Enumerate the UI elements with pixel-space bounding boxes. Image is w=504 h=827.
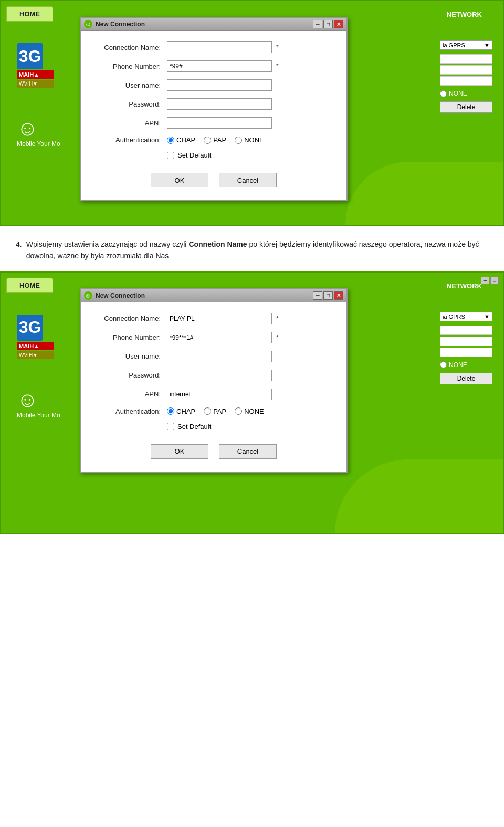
- bottom-auth-radio-group: CHAP PAP NONE: [167, 407, 264, 415]
- top-apn-row: APN:: [93, 117, 334, 129]
- step-text: 4. Wpisujemy ustawienia zaczynając od na…: [16, 238, 488, 262]
- top-auth-chap-label: CHAP: [176, 136, 195, 144]
- top-dialog-controls: ─ □ ✕: [313, 20, 343, 28]
- bottom-conn-name-input[interactable]: [167, 313, 272, 324]
- top-dialog-close-button[interactable]: ✕: [334, 20, 343, 28]
- top-username-label: User name:: [93, 81, 167, 89]
- bottom-network-dropdown[interactable]: ia GPRS ▼: [440, 312, 492, 321]
- bottom-password-input[interactable]: [167, 370, 272, 381]
- bottom-win-minimize[interactable]: ─: [481, 277, 489, 284]
- bottom-phone-input[interactable]: [167, 332, 272, 343]
- bottom-dropdown-arrow-icon: ▼: [484, 313, 490, 320]
- top-username-row: User name:: [93, 79, 334, 91]
- bottom-logo-wvih: WVIH▼: [17, 351, 54, 359]
- top-home-tab[interactable]: HOME: [6, 6, 53, 22]
- top-smiley-area: ☺ Mobile Your Mo: [17, 117, 60, 148]
- top-username-input[interactable]: [167, 79, 272, 91]
- top-set-default-item[interactable]: Set Default: [167, 151, 211, 159]
- bottom-auth-none-label: NONE: [244, 407, 264, 415]
- bottom-password-label: Password:: [93, 371, 167, 379]
- bottom-auth-pap-radio[interactable]: [204, 407, 211, 415]
- bottom-smiley-area: ☺ Mobile Your Mo: [17, 388, 60, 419]
- bottom-auth-chap-label: CHAP: [176, 407, 195, 415]
- bottom-set-default-checkbox[interactable]: [167, 423, 174, 430]
- top-section: HOME NETWORK 3G MAIH▲ WVIH▼ ☺ Mobile You…: [0, 0, 504, 226]
- bottom-ok-button[interactable]: OK: [151, 444, 208, 459]
- bottom-dialog-titlebar: New Connection ─ □ ✕: [81, 289, 346, 302]
- bottom-auth-pap-label: PAP: [213, 407, 226, 415]
- top-dialog-minimize-button[interactable]: ─: [313, 20, 322, 28]
- top-phone-label: Phone Number:: [93, 62, 167, 70]
- bottom-none-label: NONE: [449, 361, 467, 369]
- top-delete-button[interactable]: Delete: [440, 101, 492, 113]
- bottom-auth-chap-radio[interactable]: [167, 407, 174, 415]
- top-ok-button[interactable]: OK: [151, 173, 208, 187]
- step-number: 4.: [16, 238, 22, 262]
- top-none-radio: NONE: [440, 90, 492, 97]
- bottom-username-input[interactable]: [167, 351, 272, 362]
- top-smiley-icon: ☺: [17, 117, 60, 140]
- bottom-cancel-button[interactable]: Cancel: [219, 444, 277, 459]
- top-phone-input[interactable]: [167, 60, 272, 72]
- top-dialog-title-text: New Connection: [96, 20, 145, 28]
- bottom-auth-none-item[interactable]: NONE: [235, 407, 264, 415]
- bottom-win-restore[interactable]: □: [490, 277, 499, 284]
- top-auth-chap-item[interactable]: CHAP: [167, 136, 195, 144]
- bottom-password-row: Password:: [93, 370, 334, 381]
- bottom-auth-none-radio[interactable]: [235, 407, 242, 415]
- top-auth-pap-radio[interactable]: [204, 137, 211, 144]
- bottom-apn-row: APN:: [93, 389, 334, 400]
- step-body: Wpisujemy ustawienia zaczynając od nazwy…: [26, 238, 488, 262]
- step-text-normal: Wpisujemy ustawienia zaczynając od nazwy…: [26, 240, 189, 248]
- bottom-none-radio: NONE: [440, 361, 492, 369]
- bottom-network-select-area: ia GPRS ▼ NONE Delete: [440, 312, 492, 384]
- top-conn-name-label: Connection Name:: [93, 44, 167, 51]
- bottom-phone-asterisk: *: [276, 334, 279, 341]
- top-dialog-restore-button[interactable]: □: [323, 20, 333, 28]
- bottom-logo-3g: 3G: [17, 315, 43, 341]
- bottom-delete-button[interactable]: Delete: [440, 373, 492, 384]
- top-set-default-row: Set Default: [93, 151, 334, 159]
- top-dialog-content: Connection Name: * Phone Number: * User …: [81, 31, 346, 200]
- bottom-none-radio-input[interactable]: [440, 361, 447, 368]
- top-password-label: Password:: [93, 100, 167, 108]
- bottom-win-controls: ─ □: [481, 277, 499, 284]
- bottom-phone-label: Phone Number:: [93, 333, 167, 341]
- bottom-dialog-title-left: New Connection: [84, 291, 145, 300]
- top-network-select-area: ia GPRS ▼ NONE Delete: [440, 40, 492, 113]
- top-auth-none-item[interactable]: NONE: [235, 136, 264, 144]
- bottom-set-default-item[interactable]: Set Default: [167, 423, 211, 431]
- top-network-line-1: [440, 54, 492, 64]
- top-none-radio-input[interactable]: [440, 90, 447, 97]
- top-network-dropdown[interactable]: ia GPRS ▼: [440, 40, 492, 50]
- bottom-dialog-footer: OK Cancel: [93, 440, 334, 461]
- top-auth-chap-radio[interactable]: [167, 137, 174, 144]
- top-apn-input[interactable]: [167, 117, 272, 129]
- bottom-auth-chap-item[interactable]: CHAP: [167, 407, 195, 415]
- bottom-home-tab[interactable]: HOME: [6, 278, 53, 293]
- step-text-bold: Connetion Name: [188, 240, 247, 248]
- top-auth-none-radio[interactable]: [235, 137, 242, 144]
- bottom-network-line-1: [440, 326, 492, 335]
- top-conn-name-input[interactable]: [167, 41, 272, 53]
- bottom-dialog-restore-button[interactable]: □: [323, 291, 333, 300]
- top-logo-wvih: WVIH▼: [17, 80, 54, 88]
- top-auth-pap-item[interactable]: PAP: [204, 136, 226, 144]
- bottom-dialog-minimize-button[interactable]: ─: [313, 291, 322, 300]
- top-logo-maih: MAIH▲: [17, 70, 54, 79]
- top-auth-row: Authentication: CHAP PAP NONE: [93, 136, 334, 144]
- top-set-default-checkbox[interactable]: [167, 152, 174, 159]
- bottom-dialog-controls: ─ □ ✕: [313, 291, 343, 300]
- bottom-apn-input[interactable]: [167, 389, 272, 400]
- top-password-input[interactable]: [167, 98, 272, 110]
- bottom-dialog-icon: [84, 291, 92, 300]
- top-smiley-text: Mobile Your Mo: [17, 140, 60, 148]
- bottom-dialog-close-button[interactable]: ✕: [334, 291, 343, 300]
- top-conn-name-row: Connection Name: *: [93, 41, 334, 53]
- bottom-phone-row: Phone Number: *: [93, 332, 334, 343]
- top-cancel-button[interactable]: Cancel: [219, 173, 277, 187]
- top-phone-asterisk: *: [276, 62, 279, 70]
- top-set-default-label: Set Default: [177, 151, 211, 159]
- bottom-auth-pap-item[interactable]: PAP: [204, 407, 226, 415]
- bottom-logo-maih: MAIH▲: [17, 342, 54, 350]
